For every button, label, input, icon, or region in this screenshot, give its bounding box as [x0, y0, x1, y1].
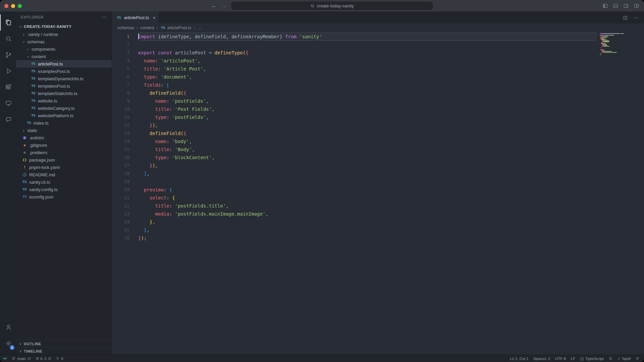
line-number: 20 — [112, 186, 138, 194]
tree-item-components[interactable]: ›components — [16, 45, 112, 53]
code-line-12[interactable]: 12 }), — [112, 121, 597, 129]
code-line-13[interactable]: 13 defineField({ — [112, 129, 597, 137]
tree-item-static[interactable]: ›static — [16, 127, 112, 134]
tree-item-pnpm-lock-yaml[interactable]: !pnpm-lock.yaml — [16, 164, 112, 171]
more-actions-icon[interactable]: ⋯ — [633, 14, 639, 21]
git-branch[interactable]: main — [9, 355, 34, 362]
tree-root-folder[interactable]: › CREATE-TODAY-SANITY — [16, 22, 112, 31]
code-line-6[interactable]: 6 type: 'document', — [112, 73, 597, 81]
close-window-button[interactable] — [4, 4, 8, 8]
code-line-21[interactable]: 21 select: { — [112, 194, 597, 202]
forward-button[interactable]: → — [221, 3, 227, 9]
feedback-smiley[interactable] — [606, 355, 615, 362]
code-line-24[interactable]: 24 }, — [112, 218, 597, 226]
split-editor-icon[interactable] — [623, 15, 628, 20]
breadcrumb-item[interactable]: … — [198, 26, 202, 30]
tree-item-package-json[interactable]: {}package.json — [16, 156, 112, 164]
tree-item-eslintrc[interactable]: .eslintrc — [16, 134, 112, 141]
tree-item-index-ts[interactable]: TSindex.ts — [16, 119, 112, 127]
close-tab-icon[interactable]: × — [153, 15, 156, 20]
outline-section[interactable]: › OUTLINE — [16, 340, 112, 347]
toggle-panel-icon[interactable] — [613, 3, 619, 9]
code-line-3[interactable]: 3export const articlePost = defineType({ — [112, 49, 597, 57]
back-button[interactable]: ← — [211, 3, 217, 9]
timeline-section[interactable]: › TIMELINE — [16, 347, 112, 355]
source-control-icon[interactable] — [0, 47, 16, 63]
tree-item-websiteplatform-ts[interactable]: TSwebsitePlatform.ts — [16, 112, 112, 119]
run-debug-icon[interactable] — [0, 63, 16, 79]
line-number: 16 — [112, 153, 138, 162]
chevron-down-icon: › — [19, 25, 23, 29]
code-line-17[interactable]: 17 }), — [112, 162, 597, 170]
tree-item-templatestaticinfo-ts[interactable]: TStemplateStaticInfo.ts — [16, 90, 112, 97]
indentation[interactable]: Spaces: 2 — [531, 355, 553, 362]
ts-file-icon: TS — [31, 84, 36, 88]
eol-selector[interactable]: LF — [568, 355, 577, 362]
chevron-right-icon: › — [22, 128, 25, 133]
line-number: 6 — [112, 73, 138, 81]
notifications-bell[interactable] — [633, 355, 642, 362]
extensions-icon[interactable] — [0, 79, 16, 95]
tree-item-website-ts[interactable]: TSwebsite.ts — [16, 97, 112, 104]
line-number: 19 — [112, 178, 138, 186]
code-line-19[interactable]: 19 — [112, 178, 597, 186]
zoom-window-button[interactable] — [18, 4, 22, 8]
code-line-23[interactable]: 23 media: 'postFields.mainImage.mainImag… — [112, 210, 597, 218]
search-sidebar-icon[interactable] — [0, 31, 16, 47]
spell-checker[interactable]: ✓ Spell — [615, 355, 633, 362]
code-line-14[interactable]: 14 name: 'body', — [112, 137, 597, 145]
tree-item-sanity-cli-ts[interactable]: TSsanity.cli.ts — [16, 178, 112, 186]
problems-indicator[interactable]: ⊘ 0 ⚠ 0 — [34, 355, 53, 362]
tree-item-tsconfig-json[interactable]: TStsconfig.json — [16, 193, 112, 200]
code-line-5[interactable]: 5 title: 'Article Post', — [112, 65, 597, 73]
settings-gear-icon[interactable]: 1 — [0, 335, 16, 351]
tree-item-templatedynamicinfo-ts[interactable]: TStemplateDynamicInfo.ts — [16, 75, 112, 82]
code-line-22[interactable]: 22 title: 'postFields.title', — [112, 202, 597, 210]
encoding[interactable]: UTF-8 — [553, 355, 569, 362]
code-line-18[interactable]: 18 ], — [112, 170, 597, 178]
tree-item-websitecategory-ts[interactable]: TSwebsiteCategory.ts — [16, 104, 112, 112]
minimize-window-button[interactable] — [11, 4, 15, 8]
tree-item-schemas[interactable]: ›schemas — [16, 38, 112, 45]
code-line-26[interactable]: 26}); — [112, 234, 597, 242]
code-line-11[interactable]: 11 type: 'postFields', — [112, 113, 597, 121]
code-line-16[interactable]: 16 type: 'blockContent', — [112, 153, 597, 162]
cursor-position[interactable]: Ln 1, Col 1 — [507, 355, 531, 362]
code-line-8[interactable]: 8 defineField({ — [112, 89, 597, 97]
ports-indicator[interactable]: 0 — [53, 355, 65, 362]
code-line-10[interactable]: 10 title: 'Post Fields', — [112, 105, 597, 113]
breadcrumb-item[interactable]: content — [140, 26, 154, 30]
tree-item-templatespost-ts[interactable]: TStemplatesPost.ts — [16, 82, 112, 90]
code-line-7[interactable]: 7 fields: [ — [112, 81, 597, 89]
breadcrumb-item[interactable]: schemas — [117, 26, 134, 30]
account-icon[interactable] — [0, 319, 16, 335]
toggle-sidebar-icon[interactable] — [602, 3, 608, 9]
tree-item-sanity-config-ts[interactable]: TSsanity.config.ts — [16, 186, 112, 193]
chat-icon[interactable] — [0, 111, 16, 127]
code-line-2[interactable]: 2 — [112, 41, 597, 49]
tree-item-examplespost-ts[interactable]: TSexamplesPost.ts — [16, 67, 112, 75]
command-center-search[interactable]: create-today-sanity — [231, 2, 433, 10]
explorer-actions-button[interactable]: ⋯ — [102, 14, 107, 20]
remote-explorer-icon[interactable] — [0, 95, 16, 111]
customize-layout-icon[interactable] — [634, 3, 639, 9]
explorer-icon[interactable] — [0, 14, 16, 31]
code-line-9[interactable]: 9 name: 'postFields', — [112, 97, 597, 105]
tree-item-readme-md[interactable]: iREADME.md — [16, 171, 112, 178]
minimap[interactable] — [600, 33, 640, 208]
code-line-1[interactable]: 1import {defineType, defineField, define… — [112, 33, 597, 41]
tree-item-gitignore[interactable]: ◆.gitignore — [16, 141, 112, 149]
tree-item-articlepost-ts[interactable]: TSarticlePost.ts — [16, 60, 112, 67]
toggle-secondary-sidebar-icon[interactable] — [623, 3, 629, 9]
remote-indicator[interactable]: >< — [0, 355, 9, 362]
code-line-25[interactable]: 25 }, — [112, 226, 597, 234]
tree-item-prettierrc[interactable]: ≡.prettierrc — [16, 149, 112, 156]
language-mode[interactable]: {} TypeScript — [578, 355, 606, 362]
tree-item-sanity-runtime[interactable]: ›.sanity / runtime — [16, 31, 112, 38]
code-line-20[interactable]: 20 preview: { — [112, 186, 597, 194]
tab-articlepost-ts[interactable]: TS articlePost.ts × — [112, 12, 159, 24]
breadcrumb-item[interactable]: TSarticlePost.ts — [160, 26, 192, 30]
tree-item-content[interactable]: ›content — [16, 53, 112, 60]
code-line-15[interactable]: 15 title: 'Body', — [112, 145, 597, 153]
code-line-4[interactable]: 4 name: 'articlePost', — [112, 57, 597, 65]
